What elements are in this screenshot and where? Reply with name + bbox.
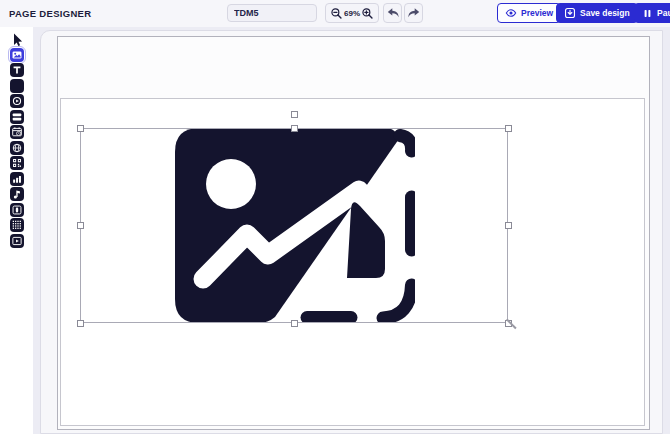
sidebar-chart-tool-button[interactable] [10, 172, 24, 186]
image-placeholder-element[interactable] [175, 128, 415, 323]
preview-label: Preview [521, 8, 553, 18]
sidebar-grid-tool-button[interactable] [10, 218, 24, 232]
sidebar-text-tool-button[interactable] [10, 63, 24, 77]
device-frame-icon [11, 204, 23, 216]
save-design-label: Save design [580, 8, 630, 18]
resize-handle-left[interactable] [77, 222, 84, 229]
bar-chart-icon [11, 173, 23, 185]
zoom-out-button[interactable] [329, 6, 343, 20]
sidebar-video-tool-button[interactable] [10, 94, 24, 108]
eye-icon [505, 7, 517, 19]
sidebar-form-fields-tool-button[interactable] [10, 110, 24, 124]
zoom-control: 69% [325, 3, 379, 23]
sidebar-select-tool-button[interactable] [10, 32, 24, 46]
design-name-input[interactable] [227, 4, 317, 22]
sidebar-shape-tool-button[interactable] [10, 79, 24, 93]
pause-button[interactable]: Pause [634, 3, 670, 23]
top-toolbar: PAGE DESIGNER 69% [0, 0, 670, 27]
shape-icon [11, 80, 23, 92]
globe-icon [11, 142, 23, 154]
resize-handle-top[interactable] [291, 125, 298, 132]
sidebar-calendar-tool-button[interactable] [10, 125, 24, 139]
sidebar-web-tool-button[interactable] [10, 141, 24, 155]
redo-icon [407, 6, 421, 20]
preview-button[interactable]: Preview [497, 3, 561, 23]
save-icon [564, 7, 576, 19]
sidebar-frame-tool-button[interactable] [10, 203, 24, 217]
resize-handle-top-right[interactable] [505, 125, 512, 132]
zoom-in-icon [361, 7, 374, 20]
sidebar-image-tool-button[interactable] [10, 48, 24, 62]
sidebar-qr-code-tool-button[interactable] [10, 156, 24, 170]
undo-button[interactable] [383, 3, 402, 23]
pause-icon [642, 8, 653, 19]
resize-handle-right[interactable] [505, 222, 512, 229]
sidebar-audio-tool-button[interactable] [10, 187, 24, 201]
image-icon [11, 49, 23, 61]
dots-grid-icon [11, 219, 23, 231]
sidebar-media-file-tool-button[interactable] [10, 234, 24, 248]
music-note-icon [11, 188, 23, 200]
form-fields-icon [11, 111, 23, 123]
zoom-in-button[interactable] [361, 6, 375, 20]
zoom-out-icon [330, 7, 343, 20]
text-icon [11, 64, 23, 76]
qr-code-icon [11, 157, 23, 169]
designer-stage [0, 0, 670, 434]
resize-handle-bottom[interactable] [291, 320, 298, 327]
resize-handle-bottom-right[interactable] [505, 320, 512, 327]
resize-handle-bottom-left[interactable] [77, 320, 84, 327]
rotate-handle[interactable] [291, 111, 298, 118]
tools-sidebar [0, 27, 33, 434]
zoom-level: 69% [344, 9, 360, 18]
resize-handle-top-left[interactable] [77, 125, 84, 132]
pause-label: Pause [657, 8, 670, 18]
play-icon [11, 95, 23, 107]
undo-icon [386, 6, 400, 20]
page-title: PAGE DESIGNER [9, 8, 91, 19]
calendar-clock-icon [11, 126, 23, 138]
media-file-icon [11, 235, 23, 247]
redo-button[interactable] [404, 3, 423, 23]
cursor-icon [10, 32, 24, 47]
save-design-button[interactable]: Save design [556, 3, 638, 23]
image-placeholder-icon [175, 128, 415, 323]
